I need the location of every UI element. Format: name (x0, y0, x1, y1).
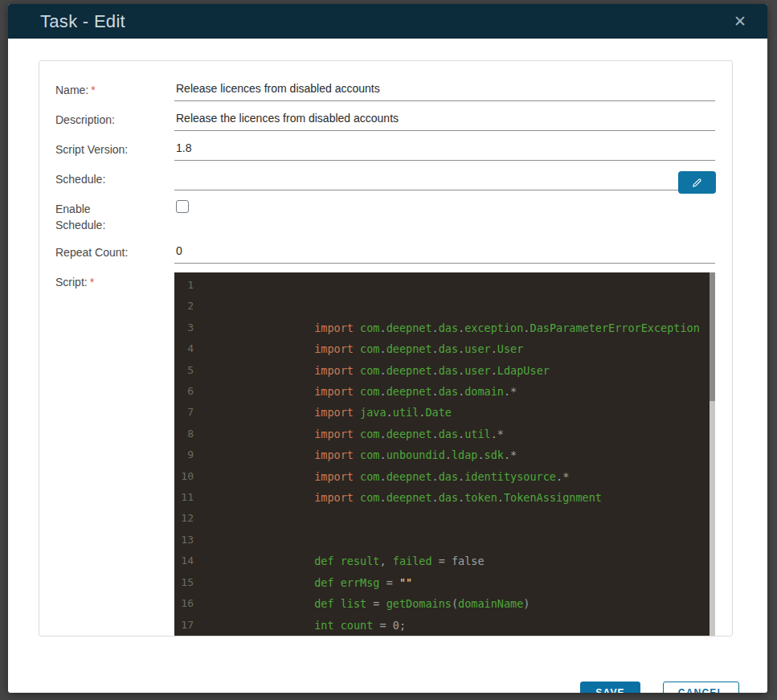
editor-scrollbar-thumb[interactable] (710, 272, 715, 401)
script-field: 123 import com.deepnet.das.exception.Das… (174, 271, 715, 636)
code-line: 3 import com.deepnet.das.exception.DasPa… (174, 317, 715, 338)
editor-vertical-scrollbar[interactable] (710, 272, 715, 636)
cancel-button[interactable]: CANCEL (663, 682, 739, 693)
enable-schedule-checkbox[interactable] (176, 200, 189, 213)
required-asterisk: * (90, 276, 94, 289)
script-version-label: Script Version: (55, 138, 174, 158)
code-line: 2 (174, 296, 715, 317)
code-line: 7 import java.util.Date (174, 402, 715, 423)
script-code-editor[interactable]: 123 import com.deepnet.das.exception.Das… (174, 272, 715, 636)
code-line: 16 def list = getDomains(domainName) (174, 593, 715, 614)
name-label: Name:* (55, 79, 174, 98)
code-line: 8 import com.deepnet.das.util.* (174, 424, 715, 444)
repeat-count-input[interactable]: 0 (174, 241, 715, 264)
script-version-input[interactable]: 1.8 (174, 138, 715, 161)
code-line: 10 import com.deepnet.das.identitysource… (174, 466, 715, 487)
code-line: 12 (174, 508, 715, 529)
name-input[interactable]: Release licences from disabled accounts (174, 79, 715, 101)
enable-schedule-label: Enable Schedule: (55, 198, 174, 233)
task-edit-modal: Task - Edit ✕ Name:* Release licences fr… (8, 4, 767, 693)
code-line: 14 def result, failed = false (174, 551, 715, 571)
description-input[interactable]: Release the licences from disabled accou… (174, 108, 715, 131)
code-line: 9 import com.unboundid.ldap.sdk.* (174, 444, 715, 465)
pencil-icon (691, 177, 703, 189)
script-version-row: Script Version: 1.8 (55, 138, 715, 161)
script-label: Script:* (55, 271, 174, 290)
code-line: 13 (174, 530, 715, 551)
footer-buttons: SAVE CANCEL (580, 682, 739, 693)
modal-title: Task - Edit (40, 11, 125, 32)
description-row: Description: Release the licences from d… (55, 108, 715, 131)
required-asterisk: * (91, 84, 95, 96)
code-line: 6 import com.deepnet.das.domain.* (174, 381, 715, 402)
script-editor-lines: 123 import com.deepnet.das.exception.Das… (174, 275, 715, 636)
save-button[interactable]: SAVE (580, 682, 640, 693)
modal-body: Name:* Release licences from disabled ac… (8, 39, 767, 693)
schedule-label: Schedule: (55, 168, 174, 187)
code-line: 17 int count = 0; (174, 615, 715, 636)
code-line: 15 def errMsg = "" (174, 572, 715, 593)
schedule-row: Schedule: (55, 168, 715, 190)
description-label: Description: (55, 108, 174, 128)
enable-schedule-row: Enable Schedule: (55, 198, 715, 233)
enable-schedule-field (174, 198, 715, 220)
schedule-input[interactable] (174, 168, 715, 190)
code-line: 4 import com.deepnet.das.user.User (174, 338, 715, 359)
code-line: 11 import com.deepnet.das.token.TokenAss… (174, 487, 715, 508)
repeat-count-label: Repeat Count: (55, 241, 174, 260)
repeat-count-row: Repeat Count: 0 (55, 241, 715, 264)
name-row: Name:* Release licences from disabled ac… (55, 79, 715, 101)
close-icon[interactable]: ✕ (730, 12, 750, 31)
script-row: Script:* 123 import com.deepnet.das.exce… (55, 271, 715, 636)
code-line: 5 import com.deepnet.das.user.LdapUser (174, 360, 715, 381)
modal-header: Task - Edit ✕ (8, 4, 767, 39)
code-line: 1 (174, 275, 715, 296)
task-form-card: Name:* Release licences from disabled ac… (39, 60, 733, 637)
edit-schedule-button[interactable] (678, 171, 716, 194)
